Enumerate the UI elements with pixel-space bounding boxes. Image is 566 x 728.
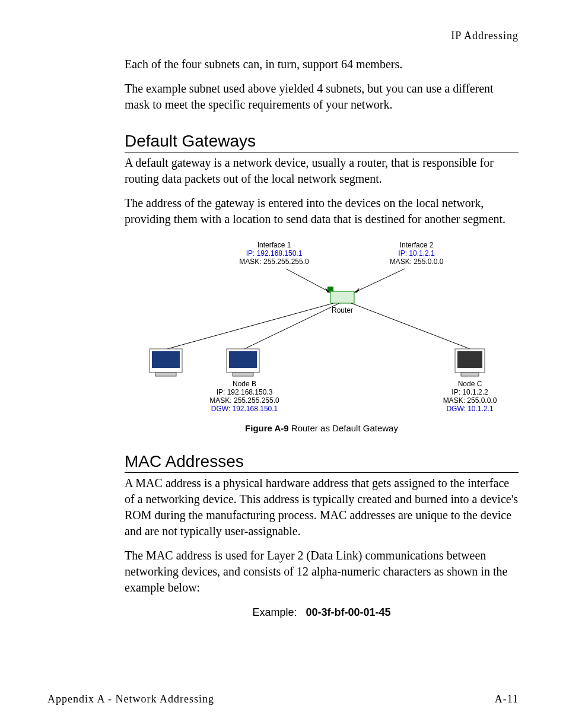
nodeB-mask: MASK: 255.255.255.0 — [209, 396, 279, 405]
paragraph: The MAC address is used for Layer 2 (Dat… — [125, 548, 519, 596]
svg-line-0 — [286, 269, 330, 293]
svg-line-7 — [244, 303, 339, 349]
if2-title: Interface 2 — [400, 241, 434, 249]
svg-rect-4 — [330, 291, 354, 303]
mac-example: Example: 00-3f-bf-00-01-45 — [125, 606, 519, 619]
footer-left: Appendix A - Network Addressing — [47, 693, 214, 705]
nodeB-ip: IP: 192.168.150.3 — [217, 388, 273, 396]
nodeC-mask: MASK: 255.0.0.0 — [443, 396, 497, 405]
example-label: Example: — [252, 606, 297, 618]
if2-mask: MASK: 255.0.0.0 — [390, 257, 444, 266]
if1-ip: IP: 192.168.150.1 — [246, 249, 303, 257]
nodeC-ip: IP: 10.1.2.2 — [451, 388, 488, 396]
intro-block: Each of the four subnets can, in turn, s… — [125, 56, 519, 113]
svg-rect-14 — [233, 373, 253, 376]
network-diagram: Interface 1 IP: 192.168.150.1 MASK: 255.… — [132, 239, 511, 417]
figure-caption: Figure A-9 Router as Default Gateway — [125, 423, 519, 433]
paragraph: A MAC address is a physical hardware add… — [125, 475, 519, 539]
svg-line-6 — [167, 303, 333, 349]
svg-rect-10 — [152, 351, 180, 368]
mac-block: A MAC address is a physical hardware add… — [125, 475, 519, 596]
svg-line-8 — [351, 303, 470, 349]
gateways-block: A default gateway is a network device, u… — [125, 155, 519, 227]
page-footer: Appendix A - Network Addressing A-11 — [47, 693, 519, 705]
svg-rect-17 — [461, 373, 479, 376]
heading-mac-addresses: MAC Addresses — [125, 452, 519, 473]
svg-rect-5 — [327, 287, 333, 291]
figure-label: Figure A-9 — [245, 423, 289, 433]
nodeB-name: Node B — [233, 380, 256, 388]
if2-ip: IP: 10.1.2.1 — [398, 249, 435, 257]
heading-default-gateways: Default Gateways — [125, 132, 519, 152]
svg-rect-16 — [457, 351, 482, 368]
svg-rect-13 — [229, 351, 257, 368]
figure-a9: Interface 1 IP: 192.168.150.1 MASK: 255.… — [125, 239, 519, 433]
if1-mask: MASK: 255.255.255.0 — [239, 257, 309, 266]
running-header-text: IP Addressing — [451, 30, 519, 42]
paragraph: The example subnet used above yielded 4 … — [125, 81, 519, 113]
paragraph: Each of the four subnets can, in turn, s… — [125, 56, 519, 72]
nodeC-name: Node C — [458, 380, 482, 388]
example-mac: 00-3f-bf-00-01-45 — [306, 606, 391, 618]
nodeB-dgw: DGW: 192.168.150.1 — [211, 405, 278, 413]
router-label: Router — [332, 306, 353, 314]
nodeC-dgw: DGW: 10.1.2.1 — [446, 405, 493, 413]
running-header: IP Addressing — [47, 30, 519, 42]
footer-right: A-11 — [495, 693, 519, 705]
paragraph: A default gateway is a network device, u… — [125, 155, 519, 187]
svg-rect-11 — [155, 373, 176, 376]
figure-caption-text: Router as Default Gateway — [291, 423, 398, 433]
svg-line-2 — [354, 269, 405, 293]
if1-title: Interface 1 — [257, 241, 291, 249]
paragraph: The address of the gateway is entered in… — [125, 195, 519, 227]
